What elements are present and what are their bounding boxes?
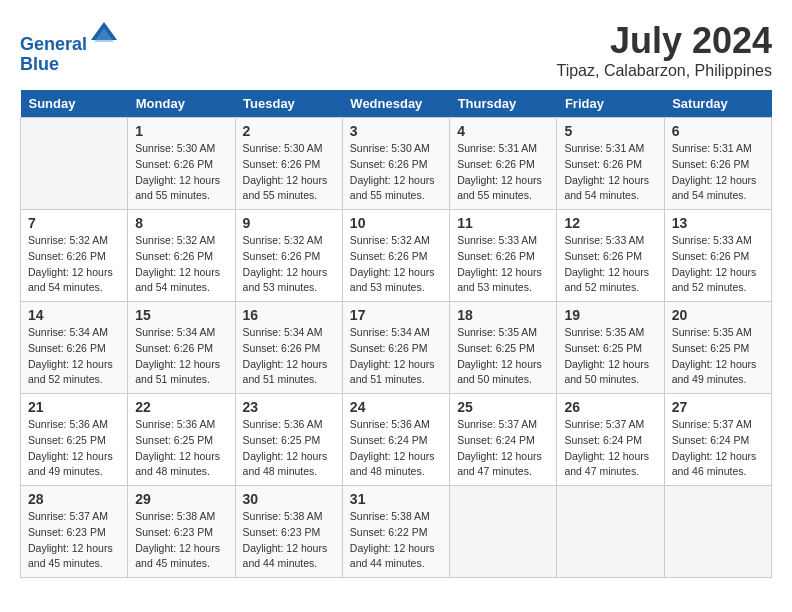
calendar-cell: 9Sunrise: 5:32 AM Sunset: 6:26 PM Daylig… — [235, 210, 342, 302]
calendar-cell: 23Sunrise: 5:36 AM Sunset: 6:25 PM Dayli… — [235, 394, 342, 486]
header-sunday: Sunday — [21, 90, 128, 118]
calendar-cell: 4Sunrise: 5:31 AM Sunset: 6:26 PM Daylig… — [450, 118, 557, 210]
logo-blue: Blue — [20, 55, 119, 75]
day-info: Sunrise: 5:36 AM Sunset: 6:25 PM Dayligh… — [135, 417, 227, 480]
day-info: Sunrise: 5:33 AM Sunset: 6:26 PM Dayligh… — [457, 233, 549, 296]
calendar-header-row: SundayMondayTuesdayWednesdayThursdayFrid… — [21, 90, 772, 118]
day-number: 25 — [457, 399, 549, 415]
day-info: Sunrise: 5:34 AM Sunset: 6:26 PM Dayligh… — [243, 325, 335, 388]
day-number: 2 — [243, 123, 335, 139]
calendar-cell: 15Sunrise: 5:34 AM Sunset: 6:26 PM Dayli… — [128, 302, 235, 394]
calendar-cell: 2Sunrise: 5:30 AM Sunset: 6:26 PM Daylig… — [235, 118, 342, 210]
day-info: Sunrise: 5:34 AM Sunset: 6:26 PM Dayligh… — [28, 325, 120, 388]
day-number: 8 — [135, 215, 227, 231]
logo-text: General — [20, 20, 119, 55]
day-number: 18 — [457, 307, 549, 323]
day-number: 16 — [243, 307, 335, 323]
day-info: Sunrise: 5:30 AM Sunset: 6:26 PM Dayligh… — [243, 141, 335, 204]
day-info: Sunrise: 5:36 AM Sunset: 6:25 PM Dayligh… — [243, 417, 335, 480]
day-number: 5 — [564, 123, 656, 139]
day-info: Sunrise: 5:32 AM Sunset: 6:26 PM Dayligh… — [135, 233, 227, 296]
header-friday: Friday — [557, 90, 664, 118]
calendar-cell: 14Sunrise: 5:34 AM Sunset: 6:26 PM Dayli… — [21, 302, 128, 394]
calendar-body: 1Sunrise: 5:30 AM Sunset: 6:26 PM Daylig… — [21, 118, 772, 578]
calendar-cell: 19Sunrise: 5:35 AM Sunset: 6:25 PM Dayli… — [557, 302, 664, 394]
calendar-cell: 22Sunrise: 5:36 AM Sunset: 6:25 PM Dayli… — [128, 394, 235, 486]
day-info: Sunrise: 5:38 AM Sunset: 6:23 PM Dayligh… — [135, 509, 227, 572]
day-info: Sunrise: 5:31 AM Sunset: 6:26 PM Dayligh… — [457, 141, 549, 204]
calendar-cell — [664, 486, 771, 578]
week-row-3: 14Sunrise: 5:34 AM Sunset: 6:26 PM Dayli… — [21, 302, 772, 394]
day-number: 4 — [457, 123, 549, 139]
calendar-cell: 27Sunrise: 5:37 AM Sunset: 6:24 PM Dayli… — [664, 394, 771, 486]
week-row-2: 7Sunrise: 5:32 AM Sunset: 6:26 PM Daylig… — [21, 210, 772, 302]
calendar-cell: 16Sunrise: 5:34 AM Sunset: 6:26 PM Dayli… — [235, 302, 342, 394]
calendar-cell — [557, 486, 664, 578]
header-tuesday: Tuesday — [235, 90, 342, 118]
calendar-cell: 21Sunrise: 5:36 AM Sunset: 6:25 PM Dayli… — [21, 394, 128, 486]
day-number: 23 — [243, 399, 335, 415]
title-area: July 2024 Tipaz, Calabarzon, Philippines — [556, 20, 772, 80]
day-info: Sunrise: 5:33 AM Sunset: 6:26 PM Dayligh… — [672, 233, 764, 296]
calendar-cell: 18Sunrise: 5:35 AM Sunset: 6:25 PM Dayli… — [450, 302, 557, 394]
calendar-cell — [450, 486, 557, 578]
header-thursday: Thursday — [450, 90, 557, 118]
day-info: Sunrise: 5:31 AM Sunset: 6:26 PM Dayligh… — [564, 141, 656, 204]
location-subtitle: Tipaz, Calabarzon, Philippines — [556, 62, 772, 80]
calendar-cell: 29Sunrise: 5:38 AM Sunset: 6:23 PM Dayli… — [128, 486, 235, 578]
calendar-cell: 25Sunrise: 5:37 AM Sunset: 6:24 PM Dayli… — [450, 394, 557, 486]
day-number: 7 — [28, 215, 120, 231]
day-info: Sunrise: 5:36 AM Sunset: 6:25 PM Dayligh… — [28, 417, 120, 480]
calendar-cell: 24Sunrise: 5:36 AM Sunset: 6:24 PM Dayli… — [342, 394, 449, 486]
calendar-cell: 31Sunrise: 5:38 AM Sunset: 6:22 PM Dayli… — [342, 486, 449, 578]
day-number: 1 — [135, 123, 227, 139]
logo-icon — [89, 20, 119, 50]
day-number: 31 — [350, 491, 442, 507]
day-info: Sunrise: 5:35 AM Sunset: 6:25 PM Dayligh… — [564, 325, 656, 388]
day-number: 10 — [350, 215, 442, 231]
day-number: 6 — [672, 123, 764, 139]
calendar-table: SundayMondayTuesdayWednesdayThursdayFrid… — [20, 90, 772, 578]
day-info: Sunrise: 5:34 AM Sunset: 6:26 PM Dayligh… — [135, 325, 227, 388]
day-info: Sunrise: 5:33 AM Sunset: 6:26 PM Dayligh… — [564, 233, 656, 296]
week-row-4: 21Sunrise: 5:36 AM Sunset: 6:25 PM Dayli… — [21, 394, 772, 486]
day-number: 22 — [135, 399, 227, 415]
day-info: Sunrise: 5:37 AM Sunset: 6:24 PM Dayligh… — [564, 417, 656, 480]
month-year-title: July 2024 — [556, 20, 772, 62]
day-number: 19 — [564, 307, 656, 323]
day-info: Sunrise: 5:30 AM Sunset: 6:26 PM Dayligh… — [135, 141, 227, 204]
day-number: 24 — [350, 399, 442, 415]
day-info: Sunrise: 5:30 AM Sunset: 6:26 PM Dayligh… — [350, 141, 442, 204]
header-wednesday: Wednesday — [342, 90, 449, 118]
calendar-cell: 5Sunrise: 5:31 AM Sunset: 6:26 PM Daylig… — [557, 118, 664, 210]
calendar-cell: 30Sunrise: 5:38 AM Sunset: 6:23 PM Dayli… — [235, 486, 342, 578]
calendar-cell: 7Sunrise: 5:32 AM Sunset: 6:26 PM Daylig… — [21, 210, 128, 302]
day-info: Sunrise: 5:37 AM Sunset: 6:24 PM Dayligh… — [457, 417, 549, 480]
calendar-cell: 8Sunrise: 5:32 AM Sunset: 6:26 PM Daylig… — [128, 210, 235, 302]
day-info: Sunrise: 5:34 AM Sunset: 6:26 PM Dayligh… — [350, 325, 442, 388]
day-info: Sunrise: 5:32 AM Sunset: 6:26 PM Dayligh… — [350, 233, 442, 296]
day-info: Sunrise: 5:38 AM Sunset: 6:22 PM Dayligh… — [350, 509, 442, 572]
logo-general: General — [20, 34, 87, 54]
calendar-cell: 10Sunrise: 5:32 AM Sunset: 6:26 PM Dayli… — [342, 210, 449, 302]
calendar-cell: 20Sunrise: 5:35 AM Sunset: 6:25 PM Dayli… — [664, 302, 771, 394]
calendar-cell: 11Sunrise: 5:33 AM Sunset: 6:26 PM Dayli… — [450, 210, 557, 302]
day-info: Sunrise: 5:31 AM Sunset: 6:26 PM Dayligh… — [672, 141, 764, 204]
day-info: Sunrise: 5:38 AM Sunset: 6:23 PM Dayligh… — [243, 509, 335, 572]
calendar-cell: 26Sunrise: 5:37 AM Sunset: 6:24 PM Dayli… — [557, 394, 664, 486]
calendar-cell — [21, 118, 128, 210]
day-number: 27 — [672, 399, 764, 415]
day-number: 9 — [243, 215, 335, 231]
day-number: 14 — [28, 307, 120, 323]
week-row-5: 28Sunrise: 5:37 AM Sunset: 6:23 PM Dayli… — [21, 486, 772, 578]
day-number: 13 — [672, 215, 764, 231]
day-number: 30 — [243, 491, 335, 507]
calendar-cell: 28Sunrise: 5:37 AM Sunset: 6:23 PM Dayli… — [21, 486, 128, 578]
logo: General Blue — [20, 20, 119, 75]
day-info: Sunrise: 5:32 AM Sunset: 6:26 PM Dayligh… — [243, 233, 335, 296]
day-info: Sunrise: 5:37 AM Sunset: 6:24 PM Dayligh… — [672, 417, 764, 480]
day-info: Sunrise: 5:32 AM Sunset: 6:26 PM Dayligh… — [28, 233, 120, 296]
day-number: 21 — [28, 399, 120, 415]
day-info: Sunrise: 5:35 AM Sunset: 6:25 PM Dayligh… — [672, 325, 764, 388]
day-info: Sunrise: 5:36 AM Sunset: 6:24 PM Dayligh… — [350, 417, 442, 480]
